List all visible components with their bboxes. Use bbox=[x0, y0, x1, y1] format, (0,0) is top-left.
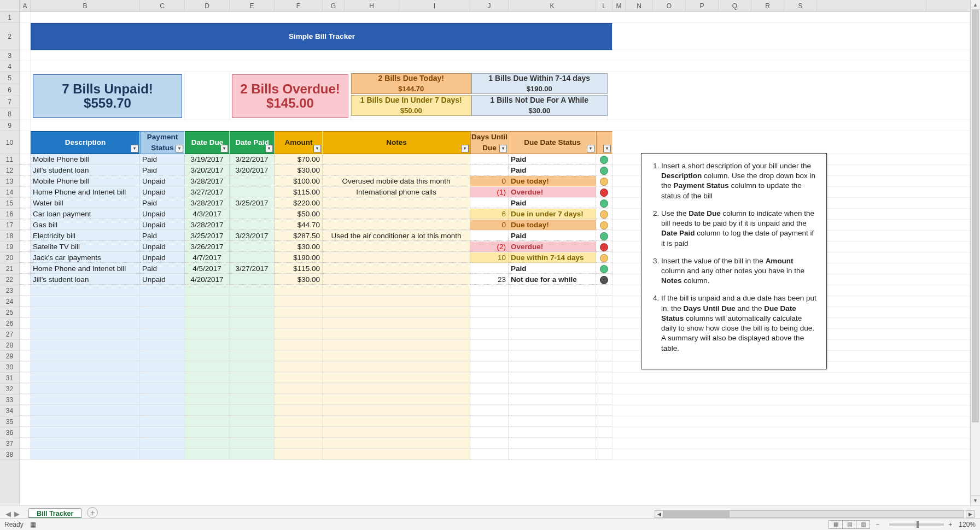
table-row[interactable]: Home Phone and Intenet bill Unpaid 3/27/… bbox=[20, 187, 970, 198]
cell-amount[interactable]: $220.00 bbox=[275, 198, 323, 208]
cell-days-until-due[interactable]: 0 bbox=[470, 176, 509, 186]
cell-amount[interactable]: $30.00 bbox=[275, 274, 323, 285]
row-header-13[interactable]: 13 bbox=[0, 176, 19, 187]
cell-notes[interactable] bbox=[323, 198, 470, 208]
cell-description[interactable]: Home Phone and Intenet bill bbox=[31, 263, 140, 274]
table-row[interactable]: Satelite TV bill Unpaid 3/26/2017 $30.00… bbox=[20, 242, 970, 252]
zoom-out-button[interactable]: − bbox=[876, 521, 879, 528]
row-header-5[interactable]: 5 bbox=[0, 72, 19, 84]
cell-date-due[interactable]: 3/28/2017 bbox=[185, 176, 230, 186]
row-header-37[interactable]: 37 bbox=[0, 438, 19, 449]
cell-description[interactable]: Electricity bill bbox=[31, 231, 140, 241]
row-header-17[interactable]: 17 bbox=[0, 220, 19, 231]
table-row[interactable] bbox=[20, 427, 970, 438]
row-header-11[interactable]: 11 bbox=[0, 154, 19, 165]
scroll-up-icon[interactable]: ▲ bbox=[971, 0, 980, 10]
column-header-N[interactable]: N bbox=[626, 0, 653, 11]
cell-amount[interactable]: $115.00 bbox=[275, 187, 323, 197]
row-header-16[interactable]: 16 bbox=[0, 209, 19, 220]
cell-notes[interactable] bbox=[323, 220, 470, 230]
cell-status[interactable]: Paid bbox=[140, 198, 185, 208]
cell-date-due[interactable]: 4/7/2017 bbox=[185, 252, 230, 263]
table-row[interactable]: Jack's car lpayments Unpaid 4/7/2017 $19… bbox=[20, 252, 970, 263]
table-row[interactable]: Mobile Phone bill Paid 3/19/2017 3/22/20… bbox=[20, 154, 970, 165]
zoom-in-button[interactable]: + bbox=[948, 521, 952, 528]
cell-due-date-status[interactable]: Overdue! bbox=[509, 187, 596, 197]
cell-description[interactable]: Mobile Phone bill bbox=[31, 154, 140, 164]
filter-icon[interactable]: ▾ bbox=[461, 145, 469, 152]
table-row[interactable]: Mobile Phone bill Unpaid 3/28/2017 $100.… bbox=[20, 176, 970, 187]
table-row[interactable] bbox=[20, 318, 970, 329]
cell-date-due[interactable]: 3/19/2017 bbox=[185, 154, 230, 164]
cell-status[interactable]: Unpaid bbox=[140, 252, 185, 263]
row-header-27[interactable]: 27 bbox=[0, 329, 19, 340]
row-header-26[interactable]: 26 bbox=[0, 318, 19, 329]
cell-due-date-status[interactable]: Paid bbox=[509, 198, 596, 208]
column-header-Q[interactable]: Q bbox=[719, 0, 751, 11]
cell-status[interactable]: Unpaid bbox=[140, 209, 185, 219]
col-header-status[interactable]: Payment Status ▾ bbox=[140, 131, 185, 154]
cell-notes[interactable] bbox=[323, 154, 470, 164]
row-header-20[interactable]: 20 bbox=[0, 252, 19, 263]
select-all-corner[interactable] bbox=[0, 0, 19, 12]
row-header-28[interactable]: 28 bbox=[0, 340, 19, 351]
col-header-date-due[interactable]: Date Due ▾ bbox=[185, 131, 230, 154]
row-header-8[interactable]: 8 bbox=[0, 108, 19, 120]
scroll-right-icon[interactable]: ▶ bbox=[966, 510, 975, 518]
cell-date-due[interactable]: 3/20/2017 bbox=[185, 165, 230, 175]
table-row[interactable]: Jill's student loan Unpaid 4/20/2017 $30… bbox=[20, 274, 970, 285]
cell-due-date-status[interactable]: Paid bbox=[509, 231, 596, 241]
scroll-thumb[interactable] bbox=[972, 10, 979, 422]
table-row[interactable] bbox=[20, 438, 970, 449]
cell-description[interactable]: Gas bill bbox=[31, 220, 140, 230]
cell-notes[interactable]: International phone calls bbox=[323, 187, 470, 197]
column-header-E[interactable]: E bbox=[230, 0, 275, 11]
cell-description[interactable]: Mobile Phone bill bbox=[31, 176, 140, 186]
column-header-L[interactable]: L bbox=[596, 0, 612, 11]
row-header-33[interactable]: 33 bbox=[0, 394, 19, 405]
column-header-S[interactable]: S bbox=[784, 0, 817, 11]
cell-date-paid[interactable] bbox=[230, 220, 275, 230]
spreadsheet-grid[interactable]: ABCDEFGHIJKLMNOPQRS Simple Bill Tracker bbox=[20, 0, 970, 505]
row-header-34[interactable]: 34 bbox=[0, 405, 19, 416]
row-header-38[interactable]: 38 bbox=[0, 449, 19, 460]
table-row[interactable] bbox=[20, 340, 970, 351]
cell-description[interactable]: Car loan payment bbox=[31, 209, 140, 219]
cell-status[interactable]: Paid bbox=[140, 165, 185, 175]
table-row[interactable]: Electricity bill Paid 3/25/2017 3/23/201… bbox=[20, 231, 970, 242]
cell-amount[interactable]: $287.50 bbox=[275, 231, 323, 241]
add-sheet-button[interactable]: + bbox=[87, 507, 98, 518]
cell-due-date-status[interactable]: Due today! bbox=[509, 176, 596, 186]
cell-days-until-due[interactable] bbox=[470, 154, 509, 164]
cell-notes[interactable] bbox=[323, 209, 470, 219]
column-header-B[interactable]: B bbox=[31, 0, 140, 11]
cell-description[interactable]: Home Phone and Intenet bill bbox=[31, 187, 140, 197]
column-header-O[interactable]: O bbox=[653, 0, 686, 11]
col-header-notes[interactable]: Notes ▾ bbox=[323, 131, 470, 154]
view-page-layout-button[interactable]: ▤ bbox=[842, 520, 856, 529]
cell-status[interactable]: Unpaid bbox=[140, 242, 185, 252]
cell-due-date-status[interactable]: Due within 7-14 days bbox=[509, 252, 596, 263]
column-header-J[interactable]: J bbox=[470, 0, 509, 11]
zoom-slider[interactable] bbox=[889, 523, 944, 526]
scroll-down-icon[interactable]: ▼ bbox=[971, 495, 980, 505]
column-header-F[interactable]: F bbox=[275, 0, 323, 11]
cell-days-until-due[interactable]: 23 bbox=[470, 274, 509, 285]
row-header-14[interactable]: 14 bbox=[0, 187, 19, 198]
column-header-I[interactable]: I bbox=[399, 0, 470, 11]
scroll-thumb[interactable] bbox=[664, 511, 730, 517]
cell-date-paid[interactable]: 3/22/2017 bbox=[230, 154, 275, 164]
row-header-18[interactable]: 18 bbox=[0, 231, 19, 242]
zoom-level[interactable]: 120% bbox=[959, 521, 976, 528]
column-header-K[interactable]: K bbox=[509, 0, 596, 11]
row-header-30[interactable]: 30 bbox=[0, 362, 19, 373]
cell-status[interactable]: Unpaid bbox=[140, 274, 185, 285]
filter-icon[interactable]: ▾ bbox=[603, 145, 611, 152]
cell-description[interactable]: Water bill bbox=[31, 198, 140, 208]
row-header-19[interactable]: 19 bbox=[0, 242, 19, 252]
view-page-break-button[interactable]: ▥ bbox=[856, 520, 870, 529]
cell-notes[interactable] bbox=[323, 165, 470, 175]
column-header-R[interactable]: R bbox=[751, 0, 784, 11]
cell-amount[interactable]: $44.70 bbox=[275, 220, 323, 230]
cell-days-until-due[interactable] bbox=[470, 263, 509, 274]
